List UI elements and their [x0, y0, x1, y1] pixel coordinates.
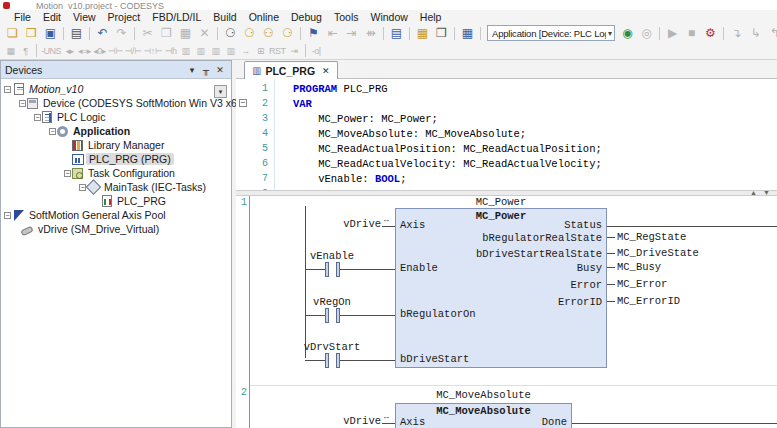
edit[interactable]: Edit — [37, 11, 67, 23]
incremental-search-icon[interactable]: ⚆ — [240, 25, 259, 41]
replace-in-project-icon[interactable]: ⚆ — [278, 25, 297, 41]
pin-status[interactable]: Status — [564, 219, 602, 231]
stop-icon[interactable]: ■ — [682, 25, 701, 41]
declaration-line[interactable]: 5 MC_ReadActualPosition: MC_ReadActualPo… — [236, 141, 777, 156]
var-mc-busy[interactable]: MC_Busy — [617, 261, 661, 273]
tree-row[interactable]: − PLC Logic — [1, 110, 231, 124]
refactor-icon[interactable]: ▤ — [387, 25, 406, 41]
contact-icon[interactable] — [325, 353, 329, 368]
step-over-icon[interactable]: ↴ — [727, 25, 746, 41]
tree-expander-icon[interactable]: − — [19, 100, 26, 107]
insert-reset-icon[interactable]: RST — [268, 43, 287, 59]
new-pou-icon[interactable]: ❐ — [432, 25, 451, 41]
insert-comment-icon[interactable]: ¶ — [18, 43, 33, 59]
tree-expander-icon[interactable]: − — [64, 170, 71, 177]
var-mc-error[interactable]: MC_Error — [617, 278, 667, 290]
contact-label-vdrvstart[interactable]: vDrvStart — [299, 341, 365, 353]
paste-icon[interactable]: ▦ — [176, 25, 195, 41]
find-icon[interactable]: ⚆ — [221, 25, 240, 41]
var-vdrive[interactable]: vDrive — [331, 218, 381, 230]
declaration-line[interactable]: 6 MC_ReadActualVelocity: MC_ReadActualVe… — [236, 156, 777, 171]
copy-icon[interactable]: ❐ — [157, 25, 176, 41]
tree-row[interactable]: vDrive (SM_Drive_Virtual) — [1, 222, 231, 236]
declaration-line[interactable]: 3 MC_Power: MC_Power; — [236, 111, 777, 126]
tree-row[interactable]: − Device (CODESYS SoftMotion Win V3 x64) — [1, 96, 231, 110]
tree-expander-icon[interactable]: − — [34, 114, 41, 121]
clear-bookmarks-icon[interactable]: ⇻ — [361, 25, 380, 41]
contact-icon[interactable] — [336, 308, 340, 323]
pin-bdrivestart[interactable]: bDriveStart — [400, 353, 469, 365]
tab-plc-prg[interactable]: ▥ PLC_PRG ✕ — [244, 61, 338, 79]
save-icon[interactable]: ▣ — [41, 25, 60, 41]
declaration-line[interactable]: 7 vEnable: BOOL; — [236, 171, 777, 186]
active-application-selector[interactable]: Application [Device: PLC Logic] ▾ — [487, 25, 615, 41]
insert-block-icon[interactable]: ▥ — [178, 43, 193, 59]
debug[interactable]: Debug — [285, 11, 328, 23]
file[interactable]: File — [8, 11, 37, 23]
splitter-down-icon[interactable]: ▼ — [763, 189, 770, 196]
tree-expander-icon[interactable]: − — [4, 86, 11, 93]
mc-moveabsolute-block[interactable]: MC_MoveAbsolute Axis Done — [395, 403, 572, 428]
insert-jump-icon[interactable]: → — [238, 43, 253, 59]
mc-power-block[interactable]: MC_Power Axis Enable bRegulatorOn bDrive… — [395, 208, 607, 368]
close-icon[interactable]: ✕ — [213, 65, 227, 75]
online[interactable]: Online — [243, 11, 285, 23]
var-mc-errorid[interactable]: MC_ErrorID — [617, 295, 680, 307]
pin-errorid[interactable]: ErrorID — [558, 296, 602, 308]
insert-box-icon[interactable]: ⊞ — [253, 43, 268, 59]
panel-menu-icon[interactable]: ▾ — [185, 65, 199, 75]
insert-contact2-icon[interactable]: ⊣⊢ — [107, 43, 124, 59]
contact-icon[interactable] — [336, 262, 340, 277]
pin-busy[interactable]: Busy — [577, 262, 602, 274]
logout-icon[interactable]: ◎ — [637, 25, 656, 41]
undo-icon[interactable]: ↶ — [93, 25, 112, 41]
tree-row[interactable]: PLC_PRG — [1, 194, 231, 208]
insert-parallel-contact-icon[interactable]: ◂=▸ — [77, 43, 92, 59]
cut-icon[interactable]: ✂ — [138, 25, 157, 41]
pin-enable[interactable]: Enable — [400, 262, 438, 274]
login-icon[interactable]: ◉ — [618, 25, 637, 41]
pin-bdrivestartrealstate[interactable]: bDriveStartRealState — [476, 248, 602, 260]
insert-contact-icon[interactable]: ◂▸ — [62, 43, 77, 59]
contact-label-venable[interactable]: vEnable — [299, 250, 365, 262]
next-bookmark-icon[interactable]: ⇥ — [342, 25, 361, 41]
device-dropdown-button[interactable]: ▾ — [214, 85, 227, 98]
new-device-icon[interactable]: ▦ — [413, 25, 432, 41]
block-instance-name[interactable]: MC_Power — [395, 196, 607, 208]
tree-row[interactable]: PLC_PRG (PRG) — [1, 152, 231, 166]
redo-icon[interactable]: ↷ — [112, 25, 131, 41]
breakpoint-settings-icon[interactable]: ⚙ — [701, 25, 720, 41]
declaration-line[interactable]: 4 MC_MoveAbsolute: MC_MoveAbsolute; — [236, 126, 777, 141]
insert-assignment-icon[interactable]: -o| — [309, 43, 324, 59]
insert-negated-parallel-icon[interactable]: ◂0▸ — [92, 43, 107, 59]
var-mc-drivestate[interactable]: MC_DriveState — [617, 247, 699, 259]
splitter-up-icon[interactable]: ▲ — [750, 189, 757, 196]
tab-close-icon[interactable]: ✕ — [322, 66, 330, 76]
step-out-icon[interactable]: ↰ — [765, 25, 777, 41]
tree-row[interactable]: − SoftMotion General Axis Pool — [1, 208, 231, 222]
pin-axis[interactable]: Axis — [400, 219, 425, 231]
contact-icon[interactable] — [325, 308, 329, 323]
find-in-project-icon[interactable]: ⚇ — [259, 25, 278, 41]
insert-uns-icon[interactable]: -UNS — [40, 43, 62, 59]
delete-icon[interactable]: ✕ — [195, 25, 214, 41]
pin-bregulatorrealstate[interactable]: bRegulatorRealState — [482, 232, 602, 244]
fbd-editor-body[interactable]: 1 MC_Power MC_Power Axis Enable bRegulat… — [236, 196, 777, 428]
tree-row[interactable]: − Task Configuration — [1, 166, 231, 180]
insert-edge-contact-icon[interactable]: ⊣↑⊢ — [142, 43, 163, 59]
tree-expander-icon[interactable]: − — [4, 212, 11, 219]
contact-label-vregon[interactable]: vRegOn — [299, 296, 365, 308]
tree-row[interactable]: − Application — [1, 124, 231, 138]
open-project-icon[interactable]: ❒ — [22, 25, 41, 41]
var-mc-regstate[interactable]: MC_RegState — [617, 231, 686, 243]
insert-coil-icon[interactable]: ⊣h — [163, 43, 178, 59]
tree-expander-icon[interactable]: − — [49, 128, 56, 135]
contact-icon[interactable] — [336, 353, 340, 368]
build-icon[interactable]: ▦ — [458, 25, 477, 41]
declaration-editor[interactable]: 1 PROGRAM PLC_PRG − 2 VAR 3 MC_Power: MC… — [236, 79, 777, 190]
pin-error[interactable]: Error — [570, 279, 602, 291]
pin-icon[interactable]: ╥ — [199, 65, 213, 75]
tree-row[interactable]: − Motion_v10 — [1, 82, 231, 96]
build[interactable]: Build — [207, 11, 242, 23]
insert-negated-contact-icon[interactable]: ⊣/⊢ — [124, 43, 143, 59]
